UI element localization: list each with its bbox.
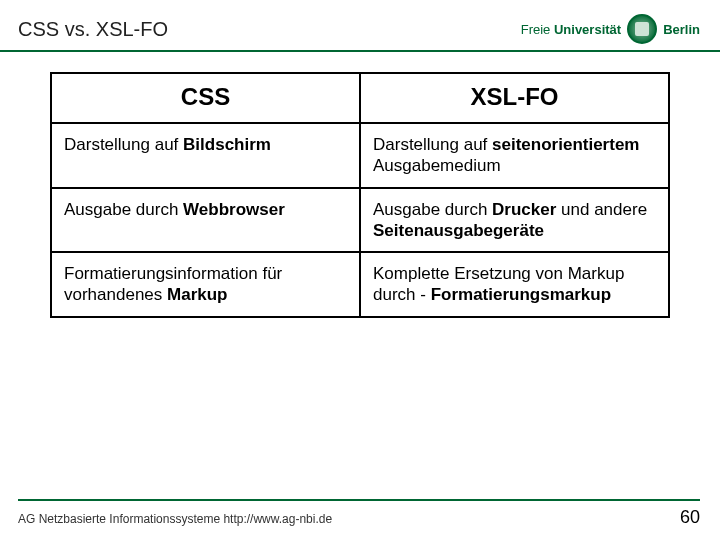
logo-city: Berlin	[663, 22, 700, 37]
cell-xslfo-1: Darstellung auf seitenorientiertem Ausga…	[360, 123, 669, 188]
header: CSS vs. XSL-FO Freie Universität Berlin	[0, 0, 720, 50]
table-row: Darstellung auf Bildschirm Darstellung a…	[51, 123, 669, 188]
seal-icon	[627, 14, 657, 44]
footer-org: AG Netzbasierte Informationssysteme http…	[18, 512, 332, 526]
col-header-xslfo: XSL-FO	[360, 73, 669, 123]
cell-css-2: Ausgabe durch Webbrowser	[51, 188, 360, 253]
page-title: CSS vs. XSL-FO	[18, 18, 168, 41]
cell-xslfo-3: Komplette Ersetzung von Markup durch - F…	[360, 252, 669, 317]
col-header-css: CSS	[51, 73, 360, 123]
content: CSS XSL-FO Darstellung auf Bildschirm Da…	[0, 52, 720, 318]
table-row: Ausgabe durch Webbrowser Ausgabe durch D…	[51, 188, 669, 253]
divider-bottom	[18, 499, 700, 501]
cell-xslfo-2: Ausgabe durch Drucker und andere Seitena…	[360, 188, 669, 253]
footer: AG Netzbasierte Informationssysteme http…	[0, 499, 720, 528]
page-number: 60	[680, 507, 700, 528]
table-header-row: CSS XSL-FO	[51, 73, 669, 123]
table-row: Formatierungsinformation für vorhandenes…	[51, 252, 669, 317]
logo-text: Freie Universität	[521, 22, 621, 37]
comparison-table: CSS XSL-FO Darstellung auf Bildschirm Da…	[50, 72, 670, 318]
cell-css-3: Formatierungsinformation für vorhandenes…	[51, 252, 360, 317]
cell-css-1: Darstellung auf Bildschirm	[51, 123, 360, 188]
university-logo: Freie Universität Berlin	[521, 14, 700, 44]
